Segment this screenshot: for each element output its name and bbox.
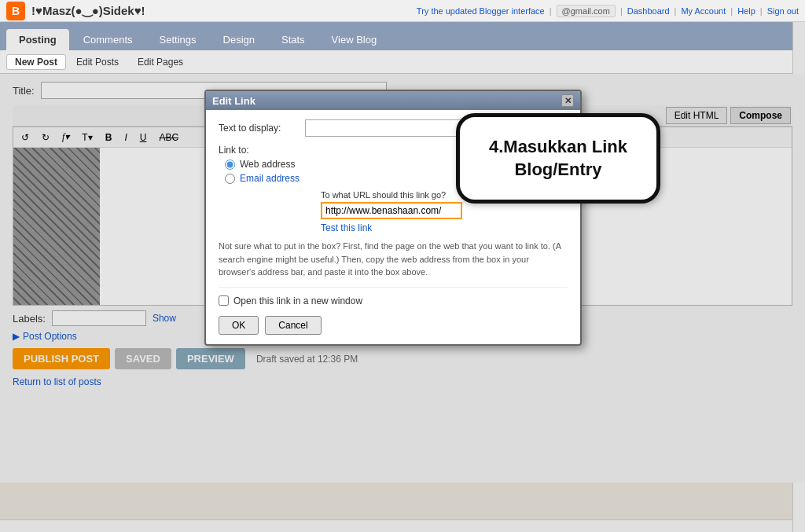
nav-tab-design[interactable]: Design — [211, 29, 267, 50]
scrollbar-horizontal[interactable] — [0, 519, 792, 532]
nav-tabs: Posting Comments Settings Design Stats V… — [0, 22, 805, 50]
dashboard-link[interactable]: Dashboard — [627, 6, 670, 16]
blog-title: !♥Masz(●‿●)Sidek♥! — [31, 4, 145, 18]
dialog-title: Edit Link — [212, 95, 255, 107]
subtabs: New Post Edit Posts Edit Pages — [0, 50, 805, 74]
ok-button[interactable]: OK — [219, 316, 259, 335]
new-window-checkbox[interactable] — [219, 295, 229, 306]
text-to-display-label: Text to display: — [219, 123, 305, 134]
nav-tab-stats[interactable]: Stats — [269, 29, 318, 50]
subtab-new-post[interactable]: New Post — [6, 54, 66, 70]
radio-email-label: Email address — [240, 173, 300, 184]
radio-email[interactable] — [225, 174, 235, 184]
blogger-logo: B — [6, 2, 25, 20]
dialog-close-button[interactable]: ✕ — [561, 94, 574, 107]
radio-web-label: Web address — [240, 159, 295, 170]
nav-tab-comments[interactable]: Comments — [71, 29, 145, 50]
nav-tab-viewblog[interactable]: View Blog — [319, 29, 390, 50]
topbar-right: Try the updated Blogger interface | @gma… — [417, 5, 799, 17]
subtab-edit-posts[interactable]: Edit Posts — [68, 54, 127, 70]
topbar-left: B !♥Masz(●‿●)Sidek♥! — [6, 2, 145, 20]
new-window-row: Open this link in a new window — [219, 287, 568, 306]
new-window-label: Open this link in a new window — [233, 295, 362, 306]
main-content: Title: Edit HTML Compose ↺ ↻ f▾ T▾ B I U… — [0, 74, 805, 482]
radio-web[interactable] — [225, 160, 235, 170]
sign-out-link[interactable]: Sign out — [767, 6, 799, 16]
topbar: B !♥Masz(●‿●)Sidek♥! Try the updated Blo… — [0, 0, 805, 22]
email-display: @gmail.com — [557, 5, 616, 17]
subtab-edit-pages[interactable]: Edit Pages — [129, 54, 192, 70]
test-link[interactable]: Test this link — [321, 222, 568, 233]
url-input[interactable] — [321, 202, 462, 219]
try-updated-link[interactable]: Try the updated Blogger interface — [417, 6, 545, 16]
nav-tab-posting[interactable]: Posting — [6, 29, 69, 50]
annotation-text: 4.Masukkan Link Blog/Entry — [489, 137, 627, 179]
help-link[interactable]: Help — [737, 6, 755, 16]
help-text: Not sure what to put in the box? First, … — [219, 240, 568, 279]
nav-tab-settings[interactable]: Settings — [147, 29, 209, 50]
my-account-link[interactable]: My Account — [681, 6, 726, 16]
dialog-titlebar: Edit Link ✕ — [206, 91, 580, 110]
cancel-button[interactable]: Cancel — [265, 316, 321, 335]
annotation-bubble: 4.Masukkan Link Blog/Entry — [456, 113, 660, 204]
email-address-link[interactable]: Email address — [240, 173, 300, 184]
dialog-buttons: OK Cancel — [219, 316, 568, 335]
